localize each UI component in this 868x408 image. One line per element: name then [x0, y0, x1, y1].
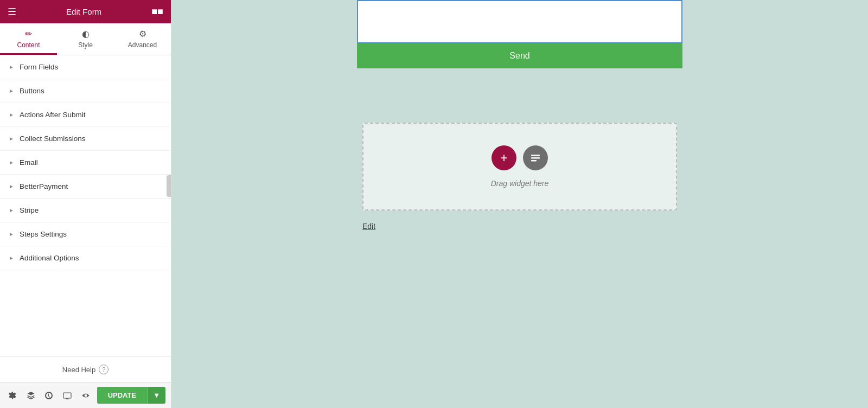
help-icon: ?: [99, 365, 108, 374]
need-help-button[interactable]: Need Help ?: [62, 365, 108, 374]
chevron-icon: ►: [9, 255, 14, 261]
chevron-icon: ►: [9, 160, 14, 165]
scroll-handle[interactable]: [167, 175, 171, 197]
accordion-label-email: Email: [20, 158, 38, 167]
accordion-form-fields: ► Form Fields: [0, 55, 171, 79]
accordion-actions-after-submit: ► Actions After Submit: [0, 103, 171, 127]
menu-icon[interactable]: ☰: [8, 6, 16, 18]
accordion-header-additional[interactable]: ► Additional Options: [0, 246, 171, 270]
tab-content-label: Content: [17, 41, 40, 49]
accordion-header-collect[interactable]: ► Collect Submissions: [0, 127, 171, 150]
responsive-icon-btn[interactable]: [60, 387, 74, 404]
dropzone-label: Drag widget here: [491, 179, 549, 188]
dropzone-buttons: +: [492, 145, 548, 170]
svg-rect-3: [531, 160, 537, 162]
add-widget-button[interactable]: +: [492, 145, 516, 170]
svg-rect-2: [531, 157, 540, 159]
accordion-label-form-fields: Form Fields: [20, 63, 58, 71]
content-icon: ✏: [25, 29, 32, 39]
edit-link[interactable]: Edit: [362, 222, 375, 231]
accordion-label-stripe: Stripe: [20, 206, 39, 214]
accordion-steps-settings: ► Steps Settings: [0, 222, 171, 246]
accordion-label-actions: Actions After Submit: [20, 111, 86, 119]
accordion-header-better-payment[interactable]: ► BetterPayment: [0, 175, 171, 198]
sidebar-title: Edit Form: [66, 7, 101, 16]
tab-advanced-label: Advanced: [128, 41, 157, 49]
widget-dropzone: + Drag widget here: [362, 123, 677, 211]
widget-options-button[interactable]: [523, 145, 548, 170]
accordion-header-actions[interactable]: ► Actions After Submit: [0, 103, 171, 126]
chevron-icon: ►: [9, 88, 14, 94]
sidebar-header: ☰ Edit Form ■■: [0, 0, 171, 23]
accordion-collect-submissions: ► Collect Submissions: [0, 127, 171, 151]
accordion-label-collect: Collect Submissions: [20, 135, 86, 143]
update-button[interactable]: UPDATE: [97, 387, 147, 404]
chevron-icon: ►: [9, 136, 14, 142]
accordion-label-steps: Steps Settings: [20, 230, 67, 238]
chevron-icon: ►: [9, 183, 14, 189]
chevron-icon: ►: [9, 207, 14, 213]
accordion-better-payment: ► BetterPayment: [0, 175, 171, 199]
preview-icon-btn[interactable]: [79, 387, 93, 404]
chevron-icon: ►: [9, 112, 14, 118]
update-dropdown-button[interactable]: ▼: [147, 387, 165, 404]
tab-content[interactable]: ✏ Content: [0, 23, 57, 55]
style-icon: ◐: [82, 29, 90, 39]
accordion-label-additional: Additional Options: [20, 254, 79, 262]
main-canvas: Send + Drag widget here Edit: [171, 0, 868, 408]
need-help-label: Need Help: [62, 366, 95, 374]
layers-icon-btn[interactable]: [24, 387, 38, 404]
update-btn-group: UPDATE ▼: [97, 387, 165, 404]
accordion-buttons: ► Buttons: [0, 79, 171, 103]
history-icon-btn[interactable]: [42, 387, 56, 404]
grid-icon[interactable]: ■■: [151, 6, 163, 17]
accordion-header-steps[interactable]: ► Steps Settings: [0, 222, 171, 246]
tab-advanced[interactable]: ⚙ Advanced: [114, 23, 171, 55]
sidebar-tabs: ✏ Content ◐ Style ⚙ Advanced: [0, 23, 171, 55]
accordion-header-email[interactable]: ► Email: [0, 151, 171, 174]
accordion-label-buttons: Buttons: [20, 87, 44, 95]
canvas-inner: Send + Drag widget here Edit: [171, 0, 868, 408]
settings-icon-btn[interactable]: [5, 387, 20, 404]
tab-style[interactable]: ◐ Style: [57, 23, 114, 55]
sidebar-content: ► Form Fields ► Buttons ► Actions After …: [0, 55, 171, 356]
svg-rect-1: [531, 155, 540, 156]
accordion-additional-options: ► Additional Options: [0, 246, 171, 270]
bottom-toolbar: UPDATE ▼: [0, 382, 171, 408]
sidebar: ☰ Edit Form ■■ ✏ Content ◐ Style ⚙ Advan…: [0, 0, 171, 408]
accordion-header-stripe[interactable]: ► Stripe: [0, 199, 171, 222]
accordion-stripe: ► Stripe: [0, 199, 171, 222]
sidebar-footer: Need Help ?: [0, 356, 171, 382]
chevron-icon: ►: [9, 64, 14, 70]
form-textarea-wrapper: Send: [357, 0, 682, 68]
form-textarea[interactable]: [357, 0, 682, 43]
accordion-header-buttons[interactable]: ► Buttons: [0, 79, 171, 103]
svg-rect-0: [63, 393, 71, 398]
accordion-email: ► Email: [0, 151, 171, 175]
tab-style-label: Style: [78, 41, 93, 49]
accordion-header-form-fields[interactable]: ► Form Fields: [0, 55, 171, 79]
advanced-icon: ⚙: [139, 29, 146, 39]
send-button[interactable]: Send: [357, 43, 682, 68]
accordion-label-better-payment: BetterPayment: [20, 182, 68, 190]
chevron-icon: ►: [9, 231, 14, 237]
canvas-upper: Send + Drag widget here Edit: [171, 0, 868, 231]
